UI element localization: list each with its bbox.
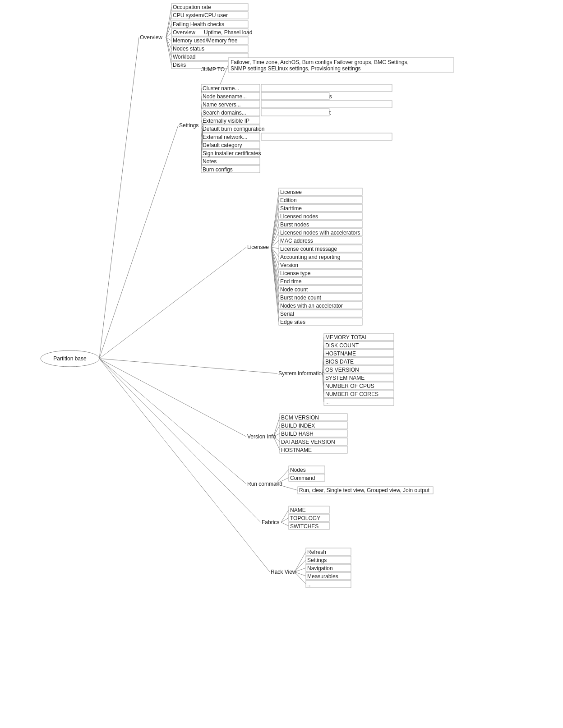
svg-rect-137 — [324, 341, 394, 349]
svg-rect-55 — [261, 109, 329, 116]
svg-line-161 — [99, 359, 246, 437]
svg-text:Default category: Default category — [203, 142, 242, 148]
svg-text:DISK COUNT: DISK COUNT — [325, 342, 359, 349]
svg-text:Version Info: Version Info — [247, 433, 276, 440]
svg-text:Fabrics: Fabrics — [262, 519, 279, 525]
svg-rect-4 — [171, 4, 248, 11]
svg-line-122 — [271, 247, 279, 297]
svg-text:Partition base: Partition base — [53, 355, 87, 362]
svg-text:Edge sites: Edge sites — [280, 319, 305, 325]
svg-line-185 — [276, 478, 289, 484]
svg-line-119 — [271, 247, 279, 289]
svg-text:Burn configs: Burn configs — [203, 166, 233, 173]
svg-text:Run, clear, Single text view, : Run, clear, Single text view, Grouped vi… — [299, 487, 429, 493]
svg-rect-194 — [289, 514, 329, 521]
svg-text:NUMBER OF CPUS: NUMBER OF CPUS — [325, 383, 374, 389]
svg-text:Burst nodes: Burst nodes — [280, 221, 309, 228]
svg-line-174 — [273, 437, 280, 442]
svg-rect-93 — [279, 221, 362, 228]
svg-rect-102 — [279, 245, 362, 252]
svg-rect-22 — [171, 53, 248, 60]
svg-rect-51 — [201, 109, 260, 116]
svg-line-216 — [295, 572, 306, 584]
svg-line-69 — [201, 125, 203, 145]
svg-rect-186 — [298, 487, 433, 494]
svg-line-64 — [201, 125, 203, 137]
svg-rect-166 — [280, 422, 347, 429]
svg-rect-56 — [201, 117, 260, 124]
svg-line-2 — [99, 37, 139, 359]
svg-rect-59 — [201, 125, 260, 132]
svg-text:External network...: External network... — [203, 134, 247, 140]
svg-text:Overview: Overview — [140, 34, 162, 41]
svg-line-95 — [271, 224, 279, 247]
svg-line-142 — [323, 353, 324, 373]
svg-text:BIOS DATE: BIOS DATE — [325, 359, 354, 365]
svg-line-29 — [99, 125, 178, 359]
svg-text:Memory used/Memory free: Memory used/Memory free — [173, 37, 238, 44]
svg-text:BUILD INDEX: BUILD INDEX — [281, 423, 315, 429]
svg-text:Node count: Node count — [280, 286, 308, 293]
svg-point-0 — [41, 350, 99, 367]
svg-line-27 — [166, 37, 171, 65]
svg-line-98 — [271, 232, 279, 247]
svg-rect-67 — [201, 141, 260, 148]
svg-line-210 — [295, 568, 306, 572]
svg-text:Disks: Disks — [173, 62, 186, 68]
svg-line-18 — [166, 37, 171, 41]
svg-rect-70 — [201, 149, 260, 157]
svg-rect-120 — [279, 294, 362, 301]
svg-rect-175 — [280, 446, 347, 453]
svg-line-107 — [271, 247, 279, 257]
svg-rect-66 — [261, 133, 392, 140]
svg-line-199 — [281, 522, 289, 526]
svg-text:Navigation: Navigation — [307, 565, 333, 571]
svg-text:Node basename...: Node basename... — [203, 93, 247, 100]
svg-rect-123 — [279, 302, 362, 309]
svg-rect-169 — [280, 430, 347, 437]
svg-text:Failing Health checks: Failing Health checks — [173, 21, 224, 28]
svg-text:Command: Command — [290, 475, 315, 481]
svg-line-86 — [271, 200, 279, 247]
svg-line-75 — [201, 125, 203, 161]
svg-line-168 — [273, 425, 280, 437]
svg-rect-134 — [324, 333, 394, 341]
svg-text:Failover, Time zone, ArchOS, B: Failover, Time zone, ArchOS, Burn config… — [231, 59, 409, 65]
svg-text:SYSTEM NAME: SYSTEM NAME — [325, 375, 365, 381]
svg-text:BUILD HASH: BUILD HASH — [281, 431, 314, 437]
svg-text:Rack View: Rack View — [271, 569, 296, 575]
svg-text:System information: System information — [278, 370, 325, 377]
svg-text:Serial: Serial — [280, 311, 294, 317]
svg-text:TOPOLOGY: TOPOLOGY — [290, 515, 320, 521]
svg-line-83 — [271, 192, 279, 247]
svg-rect-111 — [279, 269, 362, 276]
svg-text:Node basename, Node digits: Node basename, Node digits — [262, 93, 332, 100]
svg-text:License count message: License count message — [280, 246, 337, 252]
svg-rect-46 — [201, 101, 260, 108]
svg-text:NAME: NAME — [290, 507, 306, 513]
svg-rect-172 — [280, 438, 347, 445]
svg-text:License type: License type — [280, 270, 311, 276]
svg-line-116 — [271, 247, 279, 281]
svg-rect-211 — [306, 572, 351, 580]
svg-line-78 — [201, 125, 203, 169]
svg-line-113 — [271, 247, 279, 273]
svg-text:Sign installer certificates: Sign installer certificates — [203, 150, 261, 157]
svg-text:MAC address: MAC address — [280, 238, 313, 244]
svg-line-157 — [323, 373, 324, 394]
svg-text:External network, Management n: External network, Management network, No… — [262, 134, 392, 140]
svg-text:Cluster name, Administrator e-: Cluster name, Administrator e-mail, Part… — [262, 85, 383, 92]
svg-text:Licensee: Licensee — [280, 189, 302, 195]
svg-line-38 — [201, 88, 203, 125]
svg-rect-197 — [289, 522, 329, 530]
svg-line-92 — [271, 216, 279, 247]
svg-text:HOSTNAME: HOSTNAME — [325, 350, 356, 357]
svg-text:SWITCHES: SWITCHES — [290, 523, 318, 530]
svg-line-110 — [271, 247, 279, 265]
svg-line-79 — [99, 247, 246, 359]
svg-line-58 — [201, 120, 203, 125]
svg-text:Licensed nodes: Licensed nodes — [280, 213, 318, 220]
svg-rect-50 — [261, 101, 392, 108]
svg-text:Starttime: Starttime — [280, 205, 302, 212]
svg-line-12 — [166, 24, 171, 37]
